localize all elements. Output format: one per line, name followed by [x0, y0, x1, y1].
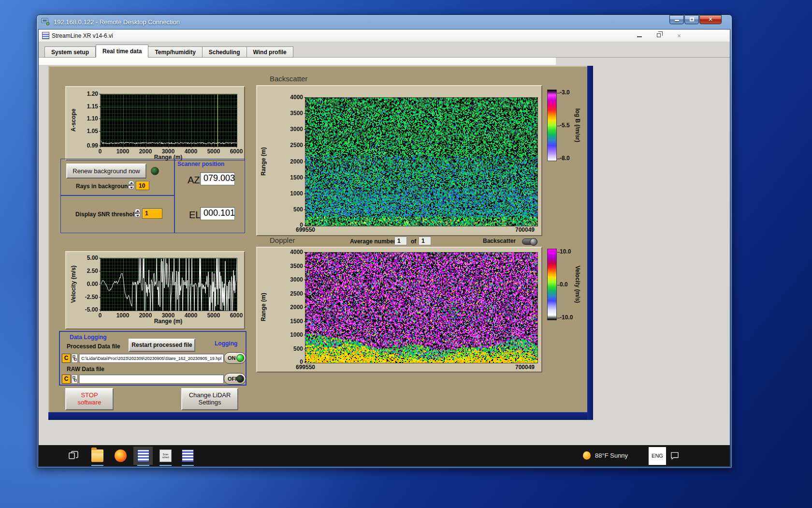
- renew-background-button[interactable]: Renew background now: [66, 164, 146, 179]
- data-logging-title: Data Logging: [70, 334, 107, 341]
- tab-scheduling[interactable]: Scheduling: [203, 46, 247, 58]
- tab-temp-humidity[interactable]: Temp/humidity: [148, 46, 202, 58]
- vi-window-taskbar-icon[interactable]: [182, 449, 194, 462]
- logging-on-led-icon: [236, 354, 244, 362]
- tab-wind-profile[interactable]: Wind profile: [247, 46, 293, 58]
- axis-tickmark: [304, 307, 306, 308]
- backscatter-section-title: Backscatter: [270, 75, 307, 83]
- axis-tickmark: [304, 113, 306, 114]
- weather-text[interactable]: 88°F Sunny: [595, 452, 628, 459]
- axis-tick: 4000: [181, 312, 201, 319]
- processed-browse-icon[interactable]: [72, 354, 78, 363]
- app-close-icon[interactable]: ×: [670, 30, 688, 41]
- firefox-icon[interactable]: [115, 449, 127, 462]
- task-view-icon[interactable]: [68, 450, 80, 463]
- colorbar-tick: 10.0: [560, 248, 571, 255]
- panel-top-strip: [39, 58, 556, 65]
- axis-tick: 3000: [159, 148, 178, 155]
- tab-system-setup[interactable]: System setup: [44, 46, 96, 58]
- doppler-colorbar: 10.00.0-10.0: [547, 249, 557, 320]
- rdp-close-icon[interactable]: ✕: [699, 15, 722, 24]
- change-lidar-settings-button[interactable]: Change LiDAR Settings: [181, 388, 238, 410]
- app-restore-icon[interactable]: [650, 30, 667, 41]
- velocity-xlabel: Range (m): [100, 318, 236, 325]
- stop-software-button[interactable]: STOP software: [65, 388, 114, 410]
- colorbar-tickmark: [557, 93, 560, 93]
- rdp-maximize-icon[interactable]: [684, 15, 699, 24]
- chat-icon[interactable]: [670, 451, 682, 463]
- axis-tickmark: [304, 321, 306, 322]
- a-scope-graph: A-scope Range (m) 1.201.151.101.050.9901…: [65, 86, 245, 161]
- scan-scheduler-icon-text: Scan sched: [162, 453, 169, 459]
- axis-tick: 0: [280, 222, 303, 228]
- colorbar-tickmark: [557, 126, 560, 126]
- axis-tickmark: [168, 310, 169, 312]
- app-title: StreamLine XR v14-6.vi: [52, 32, 113, 39]
- language-indicator[interactable]: ENG: [649, 447, 666, 465]
- backscatter-graph: Range (m) 699550 700049 4000350030002500…: [256, 85, 542, 236]
- colorbar-tick: -3.0: [560, 89, 570, 96]
- stop-line2: software: [66, 399, 113, 406]
- restart-processed-file-button[interactable]: Restart processed file: [129, 339, 195, 352]
- data-logging-box: Data Logging Processed Data file Restart…: [59, 331, 246, 386]
- rays-spinner[interactable]: [128, 180, 134, 190]
- vi-window-indicator: [182, 465, 194, 466]
- colorbar-tickmark: [557, 159, 560, 159]
- axis-tick: 1500: [280, 174, 303, 181]
- el-value-field[interactable]: 000.101: [200, 207, 235, 220]
- raw-browse-icon[interactable]: [72, 374, 78, 384]
- tab-bar: System setupReal time dataTemp/humidityS…: [44, 45, 293, 58]
- axis-tickmark: [214, 146, 214, 148]
- processed-drive-button[interactable]: C: [62, 354, 71, 363]
- average-total-field[interactable]: 1: [419, 237, 431, 245]
- colorbar-tick: 0.0: [560, 281, 568, 288]
- axis-tick: 4000: [280, 249, 303, 255]
- rdp-titlebar[interactable]: 192.168.0.122 - Remote Desktop Connectio…: [36, 15, 732, 29]
- axis-tick: 2000: [136, 148, 155, 155]
- rdp-minimize-icon[interactable]: [669, 15, 684, 24]
- az-value-field[interactable]: 079.003: [200, 172, 235, 185]
- streamline-vi-indicator: [137, 465, 149, 466]
- display-snr-threshold-label: Display SNR threshold: [75, 211, 138, 218]
- file-explorer-icon[interactable]: [91, 449, 103, 462]
- backscatter-toggle-label: Backscatter: [483, 238, 516, 244]
- app-minimize-icon[interactable]: [631, 30, 648, 41]
- axis-tick: 1.15: [75, 103, 98, 110]
- axis-tickmark: [99, 94, 102, 94]
- doppler-colorbar-label: Velocity (m/s): [574, 253, 581, 316]
- axis-tickmark: [304, 294, 306, 294]
- weather-icon[interactable]: [583, 451, 591, 460]
- axis-tickmark: [304, 209, 306, 210]
- axis-tick: 5.00: [75, 254, 98, 261]
- raw-drive-button[interactable]: C: [62, 374, 71, 384]
- raw-logging-toggle[interactable]: OFF: [224, 373, 246, 385]
- axis-tick: 6000: [227, 312, 246, 319]
- average-number-field[interactable]: 1: [394, 237, 407, 245]
- axis-tickmark: [100, 310, 101, 312]
- axis-tick: 0: [90, 148, 110, 155]
- raw-path-field[interactable]: [79, 374, 224, 384]
- axis-tick: 1500: [280, 318, 303, 325]
- snr-spinner[interactable]: [134, 209, 141, 218]
- axis-tick: 500: [280, 206, 303, 213]
- tab-real-time-data[interactable]: Real time data: [96, 45, 148, 58]
- streamline-vi-taskbar-icon[interactable]: [137, 449, 149, 462]
- processed-path-field[interactable]: C:\Lidar\Data\Proc\2023\202309\20230905\…: [79, 354, 224, 363]
- axis-tick: 2000: [136, 312, 155, 319]
- rays-value-field[interactable]: 10: [136, 181, 149, 190]
- snr-value-field[interactable]: 1: [142, 209, 162, 219]
- processed-data-file-label: Processed Data file: [67, 343, 120, 350]
- axis-tick: -2.50: [75, 294, 98, 300]
- axis-tickmark: [99, 258, 102, 258]
- axis-tickmark: [304, 145, 306, 146]
- axis-tick: 3000: [159, 312, 178, 319]
- axis-tick: 500: [280, 345, 303, 352]
- backscatter-doppler-toggle[interactable]: [522, 239, 537, 245]
- doppler-heatmap: [305, 252, 538, 363]
- processed-logging-toggle[interactable]: ON: [224, 352, 246, 364]
- background-led-icon: [151, 167, 159, 175]
- axis-tickmark: [214, 310, 214, 312]
- app-titlebar[interactable]: StreamLine XR v14-6.vi: [39, 30, 730, 42]
- scan-scheduler-icon[interactable]: Scan sched: [160, 449, 172, 462]
- axis-tick: 1.05: [75, 128, 98, 134]
